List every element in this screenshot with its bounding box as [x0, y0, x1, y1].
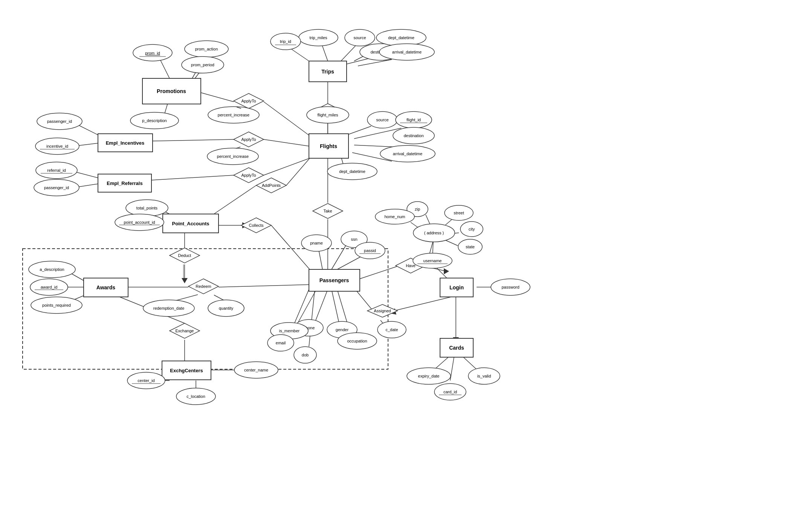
center-name-attr: center_name: [244, 368, 268, 372]
applyto1-rel-label: ApplyTo: [241, 99, 256, 103]
ssn-attr: ssn: [351, 237, 357, 242]
is-member-attr: is_member: [279, 329, 300, 333]
percent-increase-bottom-attr: percent_increase: [217, 154, 249, 159]
a-description-attr: a_description: [40, 267, 64, 272]
er-diagram: Promotions Trips Flights Empl_Incentives…: [0, 0, 810, 532]
password-attr: password: [501, 285, 519, 289]
applyto2-rel-label: ApplyTo: [241, 137, 256, 142]
flights-entity-label: Flights: [320, 143, 337, 149]
point-account-id-attr: point_account_id: [124, 220, 155, 225]
prom-action-attr: prom_action: [195, 47, 218, 51]
total-points-attr: total_points: [136, 206, 158, 210]
home-num-attr: home_num: [384, 214, 405, 219]
exchange-rel-label: Exchange: [176, 329, 194, 333]
c-location-attr: c_location: [186, 394, 205, 399]
addpoints-rel-label: AddPoints: [262, 183, 281, 188]
take-rel-label: Take: [323, 209, 332, 213]
trips-source-attr: source: [353, 35, 366, 40]
quantity-attr: quantity: [219, 306, 234, 310]
flights-destination-attr: destination: [403, 133, 423, 138]
referral-id-attr: referral_id: [47, 168, 66, 173]
prom-period-attr: prom_period: [191, 63, 214, 67]
expiry-date-attr: expiry_date: [418, 374, 440, 378]
incentive-id-attr: incentive_id: [46, 144, 68, 148]
flights-dept-datetime-attr: dept_datetime: [339, 169, 365, 174]
email-attr: email: [276, 341, 286, 345]
passenger-id-top-attr: passenger_id: [47, 119, 72, 124]
have-rel-label: Have: [406, 263, 416, 268]
points-required-attr: points_required: [42, 303, 71, 307]
redemption-date-attr: redemption_date: [153, 306, 185, 310]
awards-entity-label: Awards: [96, 284, 116, 290]
flight-miles-attr: flight_miles: [317, 113, 338, 117]
state-attr: state: [466, 245, 475, 249]
is-valid-attr: is_valid: [477, 374, 491, 378]
flights-arrival-datetime-attr: arrival_datetime: [393, 151, 422, 156]
empl-referrals-entity-label: Empl_Referrals: [107, 180, 142, 186]
address-attr: ( address ): [424, 231, 444, 235]
card-id-attr: card_id: [443, 390, 457, 394]
trips-entity-label: Trips: [321, 69, 334, 75]
flights-source-attr: source: [376, 118, 388, 122]
passenger-id-bottom-attr: passenger_id: [44, 185, 69, 190]
point-accounts-entity-label: Point_Accounts: [172, 221, 209, 226]
username-attr: username: [423, 258, 442, 263]
trips-arrival-datetime-attr: arrival_datetime: [392, 50, 422, 54]
occupation-attr: occupation: [347, 339, 367, 343]
p-description-attr: p_description: [142, 118, 167, 123]
promotions-entity-label: Promotions: [157, 88, 186, 94]
trips-dept-datetime-attr: dept_datetime: [388, 35, 414, 40]
exchgcenters-entity-label: ExchgCenters: [170, 368, 203, 373]
passengers-entity-label: Passengers: [319, 277, 349, 283]
flight-id-attr: flight_id: [407, 118, 421, 122]
assigned-rel-label: Assigned: [374, 309, 391, 313]
city-attr: city: [469, 227, 475, 231]
trip-miles-attr: trip_miles: [309, 35, 327, 40]
empl-incentives-entity-label: Empl_Incentives: [106, 140, 145, 146]
redeem-rel-label: Redeem: [196, 284, 211, 289]
percent-increase-top-attr: percent_increase: [218, 113, 249, 117]
gender-attr: gender: [336, 327, 349, 332]
center-id-attr: center_id: [138, 378, 154, 383]
cards-entity-label: Cards: [449, 345, 464, 351]
applyto3-rel-label: ApplyTo: [241, 173, 256, 177]
c-date-attr: c_date: [385, 327, 398, 332]
award-id-attr: award_id: [41, 285, 58, 289]
collects-rel-label: Collects: [249, 223, 264, 228]
zip-attr: zip: [415, 207, 420, 211]
prom-id-attr: prom_id: [145, 51, 160, 55]
login-entity-label: Login: [449, 284, 464, 290]
passid-attr: passid: [364, 248, 376, 253]
deduct-rel-label: Deduct: [178, 253, 191, 258]
dob-attr: dob: [302, 353, 309, 357]
street-attr: street: [454, 211, 464, 215]
pname-attr: pname: [310, 241, 323, 245]
trip-id-attr: trip_id: [280, 39, 291, 44]
